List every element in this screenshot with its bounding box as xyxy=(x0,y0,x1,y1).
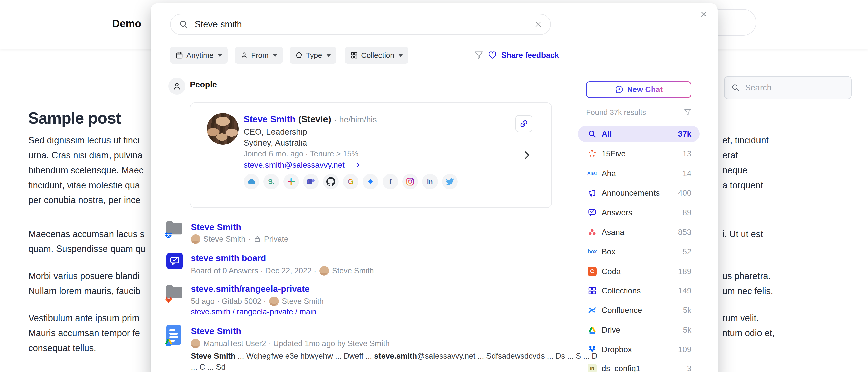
folder-icon xyxy=(166,220,182,235)
facet-collections[interactable]: Collections 149 xyxy=(578,282,700,299)
facet-all[interactable]: All 37k xyxy=(578,126,700,142)
heart-icon[interactable] xyxy=(488,51,497,59)
github-icon[interactable] xyxy=(323,174,339,189)
body-line-right: i. Ut ut est xyxy=(722,229,763,239)
filter-funnel-icon[interactable] xyxy=(474,51,484,60)
filter-chip-anytime[interactable]: Anytime xyxy=(170,47,227,64)
facet-drive[interactable]: Drive 5k xyxy=(578,321,700,338)
person-pronouns: · he/him/his xyxy=(334,115,377,124)
link-icon xyxy=(520,120,528,128)
body-line: tincidunt, vitae molestie qua xyxy=(28,180,140,191)
person-email-link[interactable]: steve.smith@salessavvy.net xyxy=(244,160,345,169)
body-line: quam. Suspendisse quam qu xyxy=(28,244,146,254)
salesforce-icon[interactable] xyxy=(244,174,259,189)
board-icon xyxy=(166,253,183,269)
facet-answers[interactable]: Answers 89 xyxy=(578,204,700,221)
person-role: CEO, Leadership xyxy=(244,127,307,137)
15five-icon xyxy=(588,150,596,158)
person-name-link[interactable]: Steve Smith xyxy=(244,114,296,125)
facet-15five[interactable]: 15Five 13 xyxy=(578,146,700,162)
body-line: Vestibulum ante ipsum prim xyxy=(28,313,140,323)
jira-icon[interactable] xyxy=(363,174,378,189)
slack-icon[interactable] xyxy=(283,174,299,189)
google-icon[interactable]: G xyxy=(343,174,359,189)
filter-chip-from[interactable]: From xyxy=(235,47,283,64)
answers-icon xyxy=(588,209,596,217)
facet-confluence[interactable]: Confluence 5k xyxy=(578,302,700,318)
chevron-right-icon[interactable] xyxy=(355,162,361,168)
person-app-links: S. T G f xyxy=(244,174,458,189)
facebook-icon[interactable]: f xyxy=(382,174,398,189)
facet-box[interactable]: box Box 52 xyxy=(578,243,700,260)
aha-icon: Aha! xyxy=(587,171,597,176)
search-icon xyxy=(731,83,740,92)
avatar xyxy=(191,234,200,244)
close-icon[interactable] xyxy=(698,8,710,20)
clear-icon[interactable] xyxy=(535,21,542,28)
facet-aha[interactable]: Aha! Aha 14 xyxy=(578,165,700,182)
instagram-icon[interactable] xyxy=(402,174,418,189)
facet-dropbox[interactable]: Dropbox 109 xyxy=(578,341,700,358)
result-title[interactable]: Steve Smith xyxy=(191,326,241,336)
body-line-right: um nec felis. xyxy=(722,286,773,297)
people-section-title: People xyxy=(190,80,217,89)
body-line: Nullam lorem mauris, faucib xyxy=(28,286,141,297)
chevron-down-icon xyxy=(273,54,277,57)
linkedin-icon[interactable]: in xyxy=(422,174,438,189)
avatar xyxy=(191,339,200,348)
body-line: Morbi varius posuere blandi xyxy=(28,271,140,281)
coda-icon: C xyxy=(588,267,597,276)
facet-asana[interactable]: Asana 853 xyxy=(578,224,700,240)
drive-icon xyxy=(164,338,173,346)
body-line: per conubia nostra, per ince xyxy=(28,195,141,206)
result-title[interactable]: steve smith board xyxy=(191,253,266,263)
chevron-down-icon xyxy=(217,54,222,57)
facet-announcements[interactable]: Announcements 400 xyxy=(578,185,700,201)
body-line: Maecenas accumsan lacus s xyxy=(28,229,145,239)
folder-icon xyxy=(166,284,182,299)
page-search-box[interactable]: Search xyxy=(724,76,852,99)
page-search-placeholder: Search xyxy=(745,83,772,92)
result-meta: Steve Smith · Private xyxy=(191,234,288,245)
person-nickname: (Stevie) xyxy=(299,114,331,125)
collections-icon xyxy=(588,287,596,294)
filter-chip-collection[interactable]: Collection xyxy=(345,47,408,64)
search-icon xyxy=(588,130,596,138)
funnel-icon[interactable] xyxy=(684,108,691,116)
avatar xyxy=(319,266,329,276)
expand-chevron-icon[interactable] xyxy=(522,150,531,160)
body-line: Mauris accumsan tempor fe xyxy=(28,328,140,338)
teams-icon[interactable]: T xyxy=(303,174,319,189)
result-breadcrumb[interactable]: steve.smith / rangeela-private / main xyxy=(191,307,316,316)
result-title[interactable]: Steve Smith xyxy=(191,222,241,232)
body-line-right: ntum odio et, xyxy=(722,328,775,338)
gitlab-icon xyxy=(164,296,173,303)
people-section-icon xyxy=(168,78,185,95)
results-count: Found 37k results xyxy=(586,108,646,117)
filter-chip-type[interactable]: Type xyxy=(289,47,336,64)
modal-search-input[interactable]: Steve smith xyxy=(170,14,551,35)
datasource-icon: IN xyxy=(588,364,597,372)
copy-link-button[interactable] xyxy=(516,115,532,132)
twitter-icon[interactable] xyxy=(442,174,458,189)
calendar-icon xyxy=(176,52,183,59)
facet-ds-config1[interactable]: IN ds_config1 3 xyxy=(578,360,700,372)
filter-chip-label: Anytime xyxy=(186,51,214,60)
statuspage-icon[interactable]: S. xyxy=(264,174,279,189)
box-icon: box xyxy=(588,248,597,255)
person-card[interactable]: Steve Smith (Stevie) · he/him/his CEO, L… xyxy=(190,102,552,208)
filter-chip-label: From xyxy=(251,51,269,60)
share-feedback-link[interactable]: Share feedback xyxy=(501,51,559,60)
search-query[interactable]: Steve smith xyxy=(195,19,528,30)
result-meta: ManualTest User2 · Updated 1mo ago by St… xyxy=(191,338,390,349)
search-modal: Steve smith Anytime From Type Collection… xyxy=(151,3,718,372)
megaphone-icon xyxy=(588,189,596,197)
facet-coda[interactable]: C Coda 189 xyxy=(578,263,700,280)
body-line-right: neque xyxy=(722,165,747,176)
result-meta: Board of 0 Answers · Dec 22, 2022 · Stev… xyxy=(191,265,374,276)
new-chat-button[interactable]: New Chat xyxy=(586,82,691,98)
result-title[interactable]: steve.smith/rangeela-private xyxy=(191,284,310,294)
body-line-right: a torquent xyxy=(722,180,763,191)
body-line-right: erat xyxy=(722,150,738,161)
dropbox-icon xyxy=(588,346,596,353)
